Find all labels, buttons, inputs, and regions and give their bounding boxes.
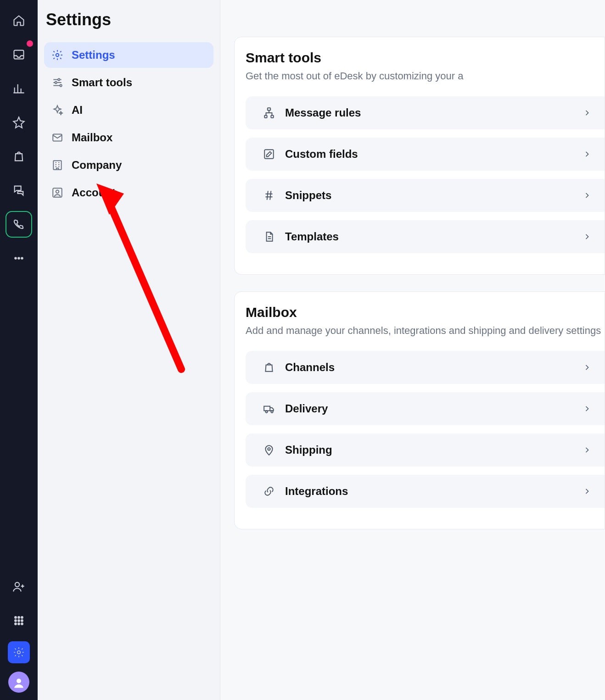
svg-point-5 (15, 617, 17, 618)
mail-icon (51, 132, 63, 144)
sidebar-item-label: Mailbox (72, 131, 206, 144)
sidebar-item-label: AI (72, 104, 206, 117)
svg-point-24 (56, 190, 59, 194)
rail-more[interactable] (6, 245, 32, 272)
add-user-icon (12, 580, 25, 593)
sidebar-item-label: Smart tools (72, 76, 206, 89)
svg-point-16 (17, 679, 21, 683)
gear-icon (13, 646, 25, 658)
sidebar-item-ai[interactable]: AI (44, 97, 213, 123)
hash-icon (263, 189, 275, 201)
svg-point-1 (15, 257, 17, 259)
rail-phone[interactable] (6, 211, 32, 238)
sidebar-item-company[interactable]: Company (44, 152, 213, 178)
row-custom-fields[interactable]: Custom fields (246, 138, 605, 171)
section-subtitle: Get the most out of eDesk by customizing… (246, 69, 605, 83)
row-label: Shipping (285, 444, 572, 456)
chevron-right-icon (583, 487, 592, 496)
avatar-icon (12, 675, 26, 689)
building-icon (51, 159, 63, 171)
sidebar-item-mailbox[interactable]: Mailbox (44, 125, 213, 150)
rail-avatar[interactable] (8, 672, 29, 693)
row-label: Channels (285, 361, 572, 374)
inbox-icon (12, 48, 25, 61)
section-mailbox: Mailbox Add and manage your channels, in… (234, 291, 605, 529)
page-title: Settings (46, 10, 213, 29)
flow-icon (263, 107, 275, 119)
chevron-right-icon (583, 191, 592, 200)
bar-chart-icon (12, 82, 25, 95)
svg-point-6 (18, 617, 20, 618)
home-icon (12, 14, 25, 27)
svg-rect-29 (264, 406, 270, 411)
rail-add-user[interactable] (6, 573, 32, 600)
row-channels[interactable]: Channels (246, 351, 605, 384)
nav-rail (0, 0, 38, 700)
chevron-right-icon (583, 150, 592, 159)
svg-point-10 (21, 620, 23, 622)
star-icon (12, 116, 25, 129)
svg-point-13 (21, 623, 23, 625)
svg-rect-23 (53, 188, 62, 197)
truck-icon (263, 403, 275, 415)
svg-point-9 (18, 620, 20, 622)
svg-point-3 (21, 257, 23, 259)
shopping-bag-icon (12, 150, 25, 163)
sidebar-item-label: Settings (72, 49, 206, 61)
main-content: Smart tools Get the most out of eDesk by… (220, 0, 605, 700)
row-delivery[interactable]: Delivery (246, 392, 605, 425)
rail-favorites[interactable] (6, 109, 32, 136)
svg-point-14 (17, 651, 21, 654)
map-pin-icon (263, 444, 275, 456)
shopping-bag-icon (263, 361, 275, 373)
svg-rect-27 (271, 115, 273, 117)
section-title: Smart tools (246, 50, 605, 66)
sidebar-item-account[interactable]: Account (44, 180, 213, 206)
chevron-right-icon (583, 108, 592, 117)
rail-apps[interactable] (6, 607, 32, 634)
link-icon (263, 485, 275, 497)
row-integrations[interactable]: Integrations (246, 475, 605, 508)
row-label: Message rules (285, 106, 572, 119)
rail-chat[interactable] (6, 177, 32, 204)
sidebar-item-smart-tools[interactable]: Smart tools (44, 70, 213, 95)
row-templates[interactable]: Templates (246, 220, 605, 253)
svg-point-30 (265, 411, 267, 412)
chat-icon (12, 184, 25, 197)
row-snippets[interactable]: Snippets (246, 179, 605, 212)
row-label: Integrations (285, 485, 572, 498)
svg-point-8 (15, 620, 17, 622)
rail-home[interactable] (6, 7, 32, 34)
row-message-rules[interactable]: Message rules (246, 96, 605, 129)
gear-icon (51, 49, 63, 61)
sidebar-item-label: Account (72, 186, 206, 199)
sidebar-item-settings[interactable]: Settings (44, 42, 213, 68)
svg-point-4 (15, 583, 19, 587)
dots-icon (12, 252, 25, 265)
row-shipping[interactable]: Shipping (246, 433, 605, 467)
chevron-right-icon (583, 404, 592, 413)
chevron-right-icon (583, 363, 592, 372)
svg-point-19 (55, 82, 57, 83)
rail-settings[interactable] (8, 641, 30, 663)
user-square-icon (51, 187, 63, 199)
rail-orders[interactable] (6, 143, 32, 170)
sparkle-icon (51, 104, 63, 116)
section-smart-tools: Smart tools Get the most out of eDesk by… (234, 37, 605, 275)
row-label: Templates (285, 230, 572, 243)
chevron-right-icon (583, 232, 592, 241)
svg-point-20 (60, 84, 62, 86)
edit-icon (263, 148, 275, 160)
rail-inbox[interactable] (6, 41, 32, 68)
phone-icon (12, 218, 25, 231)
svg-point-18 (58, 78, 60, 80)
svg-rect-28 (264, 150, 274, 159)
chevron-right-icon (583, 445, 592, 455)
rail-analytics[interactable] (6, 75, 32, 102)
svg-point-11 (15, 623, 17, 625)
row-label: Delivery (285, 402, 572, 415)
svg-point-7 (21, 617, 23, 618)
apps-grid-icon (12, 614, 25, 627)
section-title: Mailbox (246, 305, 605, 320)
svg-rect-25 (268, 108, 271, 110)
